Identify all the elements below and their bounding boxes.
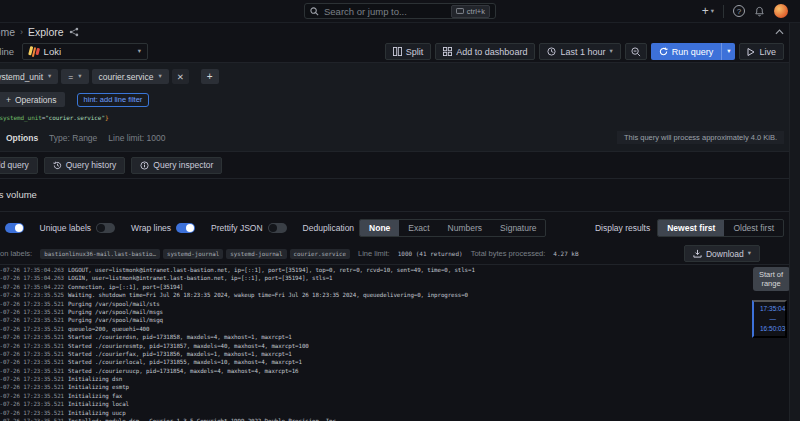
log-timestamp: 2024-07-26 17:23:35.521 [0,334,64,340]
time-toggle-group: Time [0,223,24,233]
split-icon [393,47,402,56]
logs-body: 2024-07-26 17:35:04.263LOGOUT, user=list… [0,264,800,421]
chevron-down-icon: ▾ [158,73,161,80]
search-input[interactable]: Search or jump to... ctrl+k [304,3,496,19]
keyboard-icon [456,8,464,14]
log-row[interactable]: 2024-07-26 17:23:35.521queuelo=200, queu… [0,326,742,334]
oldest-first-option[interactable]: Oldest first [724,220,783,236]
help-button[interactable]: ? [733,5,745,17]
range-from-time: 17:35:04 [760,304,785,314]
add-operation-button[interactable]: + Operations [0,92,65,107]
live-button[interactable]: Live [739,43,784,60]
log-message: Started ./courieresmtp, pid=1731857, max… [68,343,309,349]
dedup-option-none[interactable]: None [360,220,399,236]
new-button[interactable]: + ▾ [702,5,714,17]
wrap-lines-toggle[interactable] [176,223,195,233]
log-message: Purging /var/spool/mail/msgq [68,317,163,323]
log-row[interactable]: 2024-07-26 17:23:35.525Waiting. shutdown… [0,292,742,300]
log-timestamp: 2024-07-26 17:35:04.222 [0,284,64,290]
time-range-picker[interactable]: Last 1 hour ▾ [539,43,620,60]
share-icon[interactable] [69,27,79,37]
display-order-options: Newest first Oldest first [657,219,784,237]
avatar[interactable] [774,4,788,18]
time-toggle[interactable] [5,223,24,233]
log-row[interactable]: 2024-07-26 17:23:35.521Started ./courier… [0,368,742,376]
unique-labels-toggle[interactable] [96,223,115,233]
breadcrumb-explore[interactable]: Explore [28,26,64,38]
zoom-out-button[interactable] [625,43,647,60]
wrap-lines-group: Wrap lines [131,223,195,233]
dedup-option-numbers[interactable]: Numbers [439,220,491,236]
outline-toggle[interactable]: Outline [0,46,14,57]
log-row[interactable]: 2024-07-26 17:23:35.521Started ./courier… [0,359,742,367]
common-label-chip: bastionlinux36-mail.last-bastio… [40,249,160,259]
breadcrumb-home[interactable]: Home [0,26,15,38]
toolbar-actions: Split Add to dashboard Last 1 hour ▾ [385,43,784,60]
log-message: Started ./courierlocal, pid=1731855, max… [68,359,302,365]
common-label-chip: systemd-journal [226,249,286,259]
operator-select[interactable]: = ▾ [61,69,88,84]
query-hint-link[interactable]: hint: add line filter [77,93,150,107]
play-icon [747,48,755,56]
query-inspector-button[interactable]: Query inspector [131,157,222,174]
notifications-button[interactable] [754,6,765,17]
logs-volume-title[interactable]: Logs volume [0,189,37,200]
log-timestamp: 2024-07-26 17:23:35.525 [0,292,64,298]
add-to-dashboard-button[interactable]: Add to dashboard [435,43,535,60]
datasource-picker[interactable]: Loki ▾ [22,43,148,60]
label-name-select[interactable]: systemd_unit ▾ [0,69,58,84]
add-query-button[interactable]: Add query [0,157,38,174]
chevron-down-icon: ▾ [48,73,51,80]
log-row[interactable]: 2024-07-26 17:23:35.521Initializing esmt… [0,384,742,392]
log-timestamp: 2024-07-26 17:23:35.521 [0,401,64,407]
log-timestamp: 2024-07-26 17:23:35.521 [0,326,64,332]
log-row[interactable]: 2024-07-26 17:23:35.521Started ./courier… [0,334,742,342]
close-icon: ✕ [177,72,184,82]
download-button[interactable]: Download ▾ [684,245,760,262]
log-timestamp: 2024-07-26 17:23:35.521 [0,410,64,416]
label-filters-row: systemd_unit ▾ = ▾ courier.service ▾ ✕ + [0,68,800,85]
log-row[interactable]: 2024-07-26 17:23:35.521Initializing fax [0,393,742,401]
log-row[interactable]: 2024-07-26 17:23:35.521Initializing loca… [0,401,742,409]
log-row[interactable]: 2024-07-26 17:35:04.263LOGIN, user=listm… [0,275,742,283]
log-message: Initializing esmtp [68,384,129,390]
log-page-time-range[interactable]: 17:35:04 — 16:50:03 [752,300,787,338]
raw-query-preview: {systemd_unit="courier.service"} [0,114,800,121]
divider [723,5,724,18]
chevron-down-icon: ▾ [609,48,612,55]
secondary-actions: Add query Query history Query inspector [0,151,800,178]
options-toggle[interactable]: Options [6,133,38,143]
remove-filter-button[interactable]: ✕ [172,69,189,84]
log-row[interactable]: 2024-07-26 17:23:35.521Started ./courier… [0,351,742,359]
query-history-button[interactable]: Query history [44,157,126,174]
page-scrollbar[interactable] [789,23,800,421]
apps-icon [443,47,452,56]
logs-controls: Time Unique labels Wrap lines Prettify J… [0,212,800,243]
log-row[interactable]: 2024-07-26 17:23:35.521Initializing dsn [0,376,742,384]
run-query-dropdown[interactable]: ▾ [721,43,735,60]
run-query-button[interactable]: Run query [651,43,722,60]
log-timestamp: 2024-07-26 17:23:35.521 [0,317,64,323]
log-row[interactable]: 2024-07-26 17:23:35.521Purging /var/spoo… [0,317,742,325]
search-icon [310,7,319,16]
log-row[interactable]: 2024-07-26 17:23:35.521Initializing uucp [0,410,742,418]
log-row[interactable]: 2024-07-26 17:23:35.521Purging /var/spoo… [0,309,742,317]
log-row[interactable]: 2024-07-26 17:23:35.521Purging /var/spoo… [0,301,742,309]
dedup-option-exact[interactable]: Exact [399,220,438,236]
operations-row: + Operations hint: add line filter [0,92,800,107]
split-button[interactable]: Split [385,43,432,60]
prettify-json-toggle[interactable] [268,223,287,233]
chevron-down-icon: ▾ [711,8,714,15]
log-row[interactable]: 2024-07-26 17:23:35.521Started ./courier… [0,343,742,351]
log-row[interactable]: 2024-07-26 17:35:04.222Connection, ip=[:… [0,284,742,292]
log-message: Initializing uucp [68,410,126,416]
chevron-down-icon: ▾ [727,48,730,55]
dedup-option-signature[interactable]: Signature [491,220,545,236]
common-labels-chips: bastionlinux36-mail.last-bastio…systemd-… [40,249,350,259]
log-row[interactable]: 2024-07-26 17:35:04.263LOGOUT, user=list… [0,267,742,275]
chevron-down-icon: ▾ [78,73,81,80]
add-filter-button[interactable]: + [201,69,219,84]
log-message: Purging /var/spool/mail/sts [68,301,160,307]
newest-first-option[interactable]: Newest first [658,220,724,236]
label-value-select[interactable]: courier.service ▾ [92,69,169,84]
